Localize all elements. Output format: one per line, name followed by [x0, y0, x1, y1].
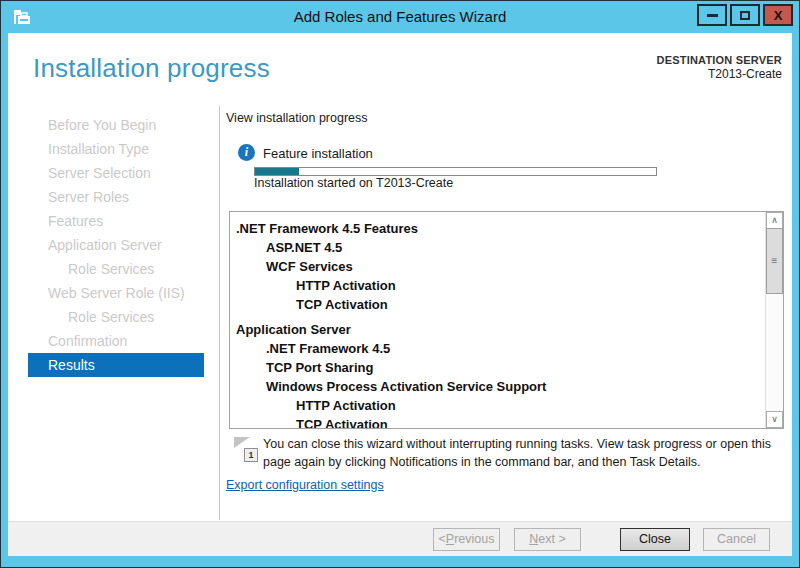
task-list-item: ASP.NET 4.5 — [230, 238, 765, 257]
previous-button[interactable]: < Previous — [433, 528, 500, 551]
next-button[interactable]: Next > — [514, 528, 581, 551]
sidebar-item-label: Web Server Role (IIS) — [48, 285, 185, 301]
notification-count-badge: 1 — [244, 448, 258, 462]
sidebar-item-label: Role Services — [68, 261, 154, 277]
task-list-item-label: TCP Activation — [296, 297, 388, 312]
scrollbar-thumb[interactable]: ≡ — [766, 228, 783, 294]
sidebar-item-web-server-role-iis[interactable]: Web Server Role (IIS) — [28, 281, 204, 305]
button-bar: < Previous Next > Close Cancel — [8, 521, 792, 556]
chevron-up-icon: ∧ — [771, 215, 778, 225]
window-controls: X — [694, 4, 793, 26]
task-list-item: WCF Services — [230, 257, 765, 276]
chevron-down-icon: ∨ — [771, 414, 778, 424]
task-list-item: Application Server — [230, 320, 765, 339]
window-title: Add Roles and Features Wizard — [1, 8, 799, 25]
sidebar-item-application-server[interactable]: Application Server — [28, 233, 204, 257]
progress-status-text: Installation started on T2013-Create — [254, 176, 453, 190]
task-list-item-label: HTTP Activation — [296, 278, 396, 293]
sidebar-item-installation-type[interactable]: Installation Type — [28, 137, 204, 161]
sidebar-item-label: Role Services — [68, 309, 154, 325]
close-window-button[interactable]: X — [763, 4, 793, 26]
task-list-item: Windows Process Activation Service Suppo… — [230, 377, 765, 396]
close-icon: X — [774, 8, 783, 23]
task-list-item: .NET Framework 4.5 Features — [230, 219, 765, 238]
sidebar-item-label: Results — [48, 357, 95, 373]
task-list-item-label: .NET Framework 4.5 — [266, 341, 390, 356]
button-label-accel: P — [446, 532, 454, 546]
close-wizard-note: You can close this wizard without interr… — [263, 435, 771, 471]
task-list-item-label: TCP Port Sharing — [266, 360, 373, 375]
destination-server-block: DESTINATION SERVER T2013-Create — [657, 53, 782, 81]
maximize-button[interactable] — [730, 4, 760, 26]
task-list-item: .NET Framework 4.5 — [230, 339, 765, 358]
sidebar-item-label: Server Selection — [48, 165, 151, 181]
sidebar-item-features[interactable]: Features — [28, 209, 204, 233]
maximize-icon — [740, 11, 750, 20]
scroll-up-button[interactable]: ∧ — [766, 212, 783, 229]
close-button[interactable]: Close — [620, 528, 690, 551]
task-list-item-label: Windows Process Activation Service Suppo… — [266, 379, 546, 394]
export-configuration-link[interactable]: Export configuration settings — [226, 478, 384, 492]
sidebar-item-label: Application Server — [48, 237, 162, 253]
button-label-post: Cancel — [717, 532, 756, 546]
title-bar[interactable]: Add Roles and Features Wizard X — [1, 1, 799, 33]
sidebar-item-role-services-app[interactable]: Role Services — [28, 257, 204, 281]
destination-server-label: DESTINATION SERVER — [657, 53, 782, 67]
destination-server-value: T2013-Create — [657, 67, 782, 81]
flag-icon — [234, 437, 250, 448]
minimize-button[interactable] — [697, 4, 727, 26]
dialog-content: Installation progress DESTINATION SERVER… — [8, 33, 792, 556]
button-label-accel: N — [529, 532, 538, 546]
button-label-post: ext > — [538, 532, 565, 546]
cancel-button[interactable]: Cancel — [703, 528, 770, 551]
task-list-item: TCP Activation — [230, 415, 765, 428]
sidebar-item-label: Confirmation — [48, 333, 127, 349]
scrollbar-grip-icon: ≡ — [772, 255, 778, 266]
sidebar-divider — [219, 106, 220, 520]
button-label-post: Close — [639, 532, 671, 546]
task-list-item-label: HTTP Activation — [296, 398, 396, 413]
sidebar-item-label: Server Roles — [48, 189, 129, 205]
task-rows: .NET Framework 4.5 Features ASP.NET 4.5 … — [230, 212, 765, 428]
sidebar-item-server-selection[interactable]: Server Selection — [28, 161, 204, 185]
minimize-icon — [707, 14, 718, 17]
task-list-item: HTTP Activation — [230, 396, 765, 415]
button-label-pre: < — [439, 532, 446, 546]
sidebar-item-label: Installation Type — [48, 141, 149, 157]
task-list-item-label: .NET Framework 4.5 Features — [236, 221, 418, 236]
page-title: Installation progress — [33, 53, 270, 84]
sidebar-item-label: Features — [48, 213, 103, 229]
button-label-post: revious — [454, 532, 494, 546]
sidebar-item-results[interactable]: Results — [28, 353, 204, 377]
sidebar-item-server-roles[interactable]: Server Roles — [28, 185, 204, 209]
scroll-down-button[interactable]: ∨ — [766, 411, 783, 428]
sidebar-item-label: Before You Begin — [48, 117, 156, 133]
wizard-steps-sidebar: Before You Begin Installation Type Serve… — [8, 113, 219, 377]
task-list-item: HTTP Activation — [230, 276, 765, 295]
task-list-item: TCP Activation — [230, 295, 765, 314]
task-list-item-label: WCF Services — [266, 259, 353, 274]
wizard-window: Add Roles and Features Wizard X Installa… — [0, 0, 800, 568]
notification-flag-icon: 1 — [234, 437, 260, 465]
progress-bar — [254, 167, 657, 176]
feature-installation-label: Feature installation — [263, 146, 373, 161]
sidebar-item-role-services-iis[interactable]: Role Services — [28, 305, 204, 329]
task-list-item-label: TCP Activation — [296, 417, 388, 428]
task-list-item: TCP Port Sharing — [230, 358, 765, 377]
sidebar-item-confirmation[interactable]: Confirmation — [28, 329, 204, 353]
sidebar-item-before-you-begin[interactable]: Before You Begin — [28, 113, 204, 137]
task-list-item-label: ASP.NET 4.5 — [266, 240, 342, 255]
info-icon: i — [238, 144, 255, 161]
task-list-scrollbar[interactable]: ∧ ≡ ∨ — [765, 212, 783, 428]
progress-bar-fill — [255, 168, 299, 175]
view-progress-label: View installation progress — [226, 111, 368, 125]
task-list-item-label: Application Server — [236, 322, 351, 337]
installation-task-list: .NET Framework 4.5 Features ASP.NET 4.5 … — [229, 211, 784, 429]
